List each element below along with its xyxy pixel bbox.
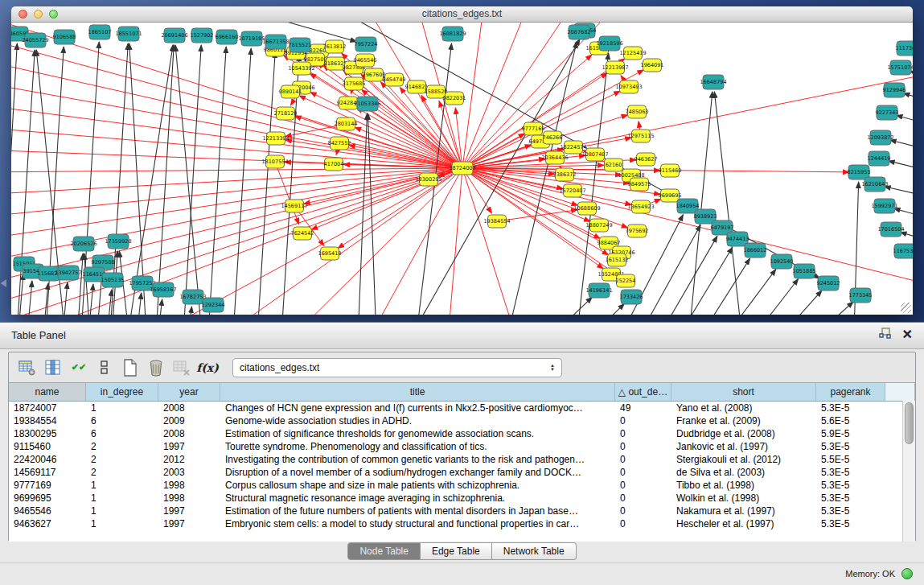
graph-edge[interactable] <box>11 168 462 240</box>
cell-title: Changes of HCN gene expression and I(f) … <box>220 402 615 414</box>
table-row[interactable]: 911546021997Tourette syndrome. Phenomeno… <box>9 440 915 453</box>
graph-edge[interactable] <box>566 303 624 315</box>
graph-edge[interactable] <box>129 43 148 315</box>
graph-edge[interactable] <box>462 71 913 168</box>
select-all-icon[interactable]: ✔✔ <box>68 358 89 377</box>
column-header-out_de[interactable]: △ out_de… <box>615 383 671 401</box>
graph-node-label: 9463627 <box>634 156 658 163</box>
network-canvas[interactable]: 1872400718300295986012389129541822605898… <box>11 23 913 315</box>
graph-edge[interactable] <box>685 258 750 315</box>
graph-edge[interactable] <box>714 92 745 315</box>
column-header-title[interactable]: title <box>220 383 615 401</box>
cell-pagerank: 5.3E-5 <box>816 505 885 517</box>
cell-name: 9463627 <box>9 517 86 530</box>
graph-edge[interactable] <box>232 48 251 315</box>
cell-pagerank: 5.5E-5 <box>816 453 885 466</box>
graph-edge[interactable] <box>11 43 17 315</box>
graph-edge[interactable] <box>889 161 913 175</box>
cell-year: 2008 <box>158 402 220 414</box>
graph-edge[interactable] <box>11 23 462 168</box>
graph-node-label: 20364436 <box>541 154 568 161</box>
cell-title: Corpus callosum shape and size in male p… <box>220 479 615 492</box>
graph-edge[interactable] <box>11 105 462 168</box>
tab-node-table[interactable]: Node Table <box>347 542 421 560</box>
panel-collapse-handle[interactable] <box>1 279 6 287</box>
cell-name: 9115460 <box>9 440 86 453</box>
new-table-icon[interactable] <box>120 358 141 377</box>
close-panel-icon[interactable]: ✕ <box>902 328 913 342</box>
graph-edge[interactable] <box>897 115 913 129</box>
graph-node-label: 17359928 <box>105 238 131 245</box>
delete-table-icon[interactable] <box>171 358 192 377</box>
column-header-year[interactable]: year <box>158 383 220 401</box>
graph-edge[interactable] <box>185 307 191 315</box>
table-row[interactable]: 946362711997Embryonic stem cells: a mode… <box>9 517 915 530</box>
graph-edge[interactable] <box>134 293 142 315</box>
function-builder-icon[interactable]: f(x) <box>197 358 218 377</box>
table-row[interactable]: 1830029562008Estimation of significance … <box>9 427 915 440</box>
cell-in_degree: 1 <box>86 479 158 492</box>
column-header-in_degree[interactable]: in_degree <box>86 383 158 401</box>
tab-edge-table[interactable]: Edge Table <box>421 542 492 560</box>
cell-name: 18724007 <box>9 402 86 414</box>
graph-node-label: 9890141 <box>279 89 302 95</box>
graph-node-label: 18724007 <box>449 165 475 171</box>
graph-edge[interactable] <box>708 270 776 315</box>
table-row[interactable]: 1938455462009Genome-wide association stu… <box>9 414 915 427</box>
table-row[interactable]: 969969511998Structural magnetic resonanc… <box>9 492 915 505</box>
table-selector-dropdown[interactable]: citations_edges.txt ▲▼ <box>232 358 562 377</box>
table-row[interactable]: 1456911722003Disruption of a novel membe… <box>9 466 915 479</box>
float-panel-icon[interactable] <box>879 328 891 342</box>
graph-node-label: 19218596 <box>596 40 622 47</box>
column-header-pagerank[interactable]: pagerank <box>816 383 885 401</box>
graph-edge[interactable] <box>462 168 913 288</box>
delete-trash-icon[interactable] <box>146 358 166 377</box>
network-window-titlebar[interactable]: citations_edges.txt <box>11 6 913 23</box>
graph-edge[interactable] <box>207 47 226 315</box>
graph-edge[interactable] <box>735 278 799 315</box>
select-columns-icon[interactable] <box>43 358 64 377</box>
cell-title: Tourette syndrome. Phenomenology and cla… <box>220 440 615 453</box>
tab-network-table[interactable]: Network Table <box>492 542 577 560</box>
window-title: citations_edges.txt <box>11 8 913 19</box>
graph-edge[interactable] <box>105 290 112 315</box>
table-row[interactable]: 946554611997Estimation of the future num… <box>9 505 915 517</box>
graph-edge[interactable] <box>462 23 534 168</box>
graph-edge[interactable] <box>11 168 462 217</box>
status-bar: Memory: OK <box>0 562 924 585</box>
graph-edge[interactable] <box>11 37 462 168</box>
citation-network-graph[interactable]: 1872400718300295986012389129541822605898… <box>11 23 913 315</box>
table-selector-value: citations_edges.txt <box>240 362 319 373</box>
graph-edge[interactable] <box>894 208 913 222</box>
table-scrollbar[interactable] <box>902 401 915 542</box>
graph-edge[interactable] <box>645 236 717 315</box>
cell-out_de: 0 <box>615 505 671 517</box>
row-height-icon[interactable] <box>94 358 115 377</box>
graph-edge[interactable] <box>11 127 462 168</box>
graph-edge[interactable] <box>25 281 32 315</box>
graph-node-label: 9106588 <box>53 34 76 40</box>
graph-edge[interactable] <box>446 168 462 315</box>
table-row[interactable]: 2242004622012Investigating the contribut… <box>9 453 915 466</box>
graph-edge[interactable] <box>357 113 368 315</box>
graph-node-label: 18551071 <box>115 31 142 37</box>
graph-edge[interactable] <box>175 45 204 315</box>
graph-edge[interactable] <box>788 302 853 315</box>
table-panel-titlebar: Table Panel ✕ <box>0 322 924 349</box>
graph-node-label: 17957253 <box>129 280 155 286</box>
graph-edge[interactable] <box>890 140 913 154</box>
scrollbar-thumb[interactable] <box>905 402 914 444</box>
graph-edge[interactable] <box>526 297 592 315</box>
column-header-name[interactable]: name <box>9 383 86 401</box>
table-row[interactable]: 1872400712008Changes of HCN gene express… <box>9 402 915 414</box>
graph-edge[interactable] <box>885 187 913 200</box>
table-row[interactable]: 977716911998Corpus callosum shape and si… <box>9 479 915 492</box>
graph-edge[interactable] <box>155 299 162 315</box>
graph-edge[interactable] <box>76 253 83 315</box>
resize-grip-icon[interactable] <box>901 303 911 313</box>
graph-edge[interactable] <box>664 247 733 315</box>
panel-title: Table Panel <box>11 329 66 341</box>
column-header-short[interactable]: short <box>671 383 816 401</box>
modify-table-icon[interactable] <box>17 358 38 377</box>
graph-edge[interactable] <box>759 290 822 315</box>
